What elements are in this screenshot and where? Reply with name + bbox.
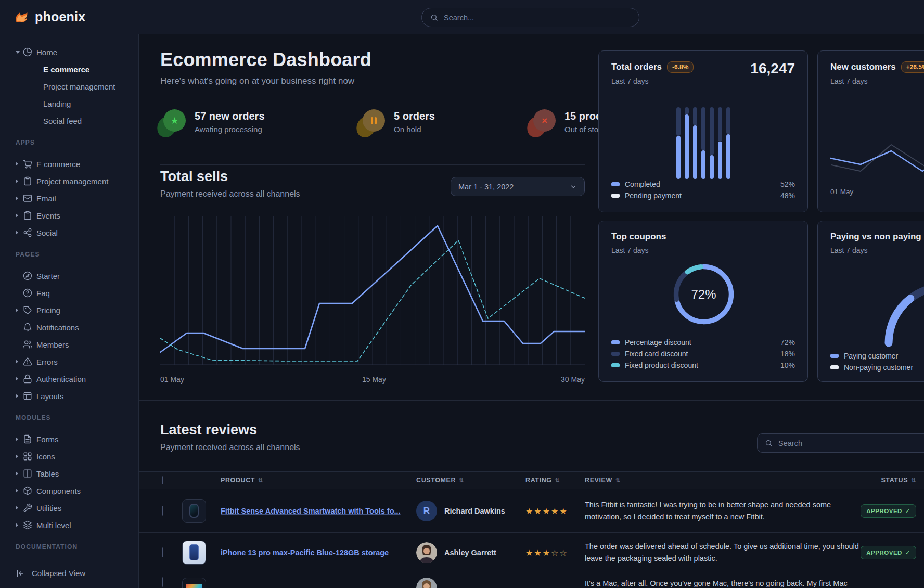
product-link[interactable]: Fitbit Sense Advanced Smartwatch with To…: [221, 507, 401, 515]
column-header-review[interactable]: REVIEW⇅: [585, 477, 621, 484]
reviews-search-input[interactable]: [778, 439, 924, 448]
sidebar-item-label: Pricing: [36, 305, 60, 314]
legend-label: Completed: [625, 180, 660, 188]
table-row: Fitbit Sense Advanced Smartwatch with To…: [139, 489, 924, 533]
sidebar-item-e-commerce[interactable]: E commerce: [0, 60, 138, 78]
stat-value: 57 new orders: [195, 110, 265, 122]
sidebar-item-email[interactable]: Email: [0, 189, 138, 207]
sidebar-item-project-management[interactable]: Project management: [0, 78, 138, 95]
paying-gauge-chart: [872, 279, 924, 347]
order-bar: [685, 107, 689, 179]
stat-circle: ×: [533, 109, 556, 132]
legend-item: Fixed card discount18%: [611, 348, 795, 360]
table-row: iPhone 13 pro max-Pacific Blue-128GB sto…: [139, 533, 924, 572]
stat-pause-icon: [360, 109, 386, 135]
sidebar-item-starter[interactable]: Starter: [0, 267, 138, 284]
sidebar-item-layouts[interactable]: Layouts: [0, 387, 138, 404]
clipboard-icon: [23, 211, 32, 220]
axis-label: 01 May: [830, 188, 853, 196]
chevron-down-icon: [570, 183, 577, 190]
sidebar-item-authentication[interactable]: Authentication: [0, 370, 138, 387]
bar-pending-segment: [693, 107, 697, 125]
sidebar-item-label: Members: [36, 340, 69, 349]
customer-cell: Ashley Garrett: [416, 542, 496, 563]
brand[interactable]: phoenix: [14, 9, 85, 25]
column-header-product[interactable]: PRODUCT⇅: [221, 477, 263, 484]
sort-icon: ⇅: [555, 477, 560, 483]
sidebar-item-label: Notifications: [36, 323, 79, 331]
latest-reviews-title: Latest reviews: [160, 422, 300, 438]
row-checkbox[interactable]: [162, 506, 163, 516]
sidebar-item-faq[interactable]: Faq: [0, 284, 138, 301]
bar-completed-segment: [718, 142, 722, 179]
card-period: Last 7 days: [611, 246, 666, 254]
phoenix-logo-icon: [14, 9, 29, 25]
sidebar-item-tables[interactable]: Tables: [0, 465, 138, 482]
sidebar-item-label: Faq: [36, 288, 50, 297]
column-header-status[interactable]: STATUS⇅: [881, 477, 916, 484]
reviews-search[interactable]: [757, 433, 924, 453]
sidebar-item-home[interactable]: Home: [0, 43, 138, 60]
legend-swatch: [611, 194, 620, 198]
card-title: Top coupons: [611, 232, 666, 242]
product-image: [189, 544, 199, 560]
chevron-right-icon: [16, 506, 18, 510]
search-icon: [765, 439, 773, 447]
order-bar: [693, 107, 697, 179]
row-checkbox[interactable]: [162, 547, 163, 557]
sidebar-item-pricing[interactable]: Pricing: [0, 301, 138, 318]
global-search[interactable]: [421, 8, 639, 27]
column-header-customer[interactable]: CUSTOMER⇅: [416, 477, 464, 484]
stat-value: 5 orders: [394, 110, 435, 122]
sidebar-item-errors[interactable]: Errors: [0, 353, 138, 370]
sidebar-item-project-management[interactable]: Project management: [0, 172, 138, 189]
sidebar-item-social[interactable]: Social: [0, 224, 138, 241]
date-range-select[interactable]: Mar 1 - 31, 2022: [451, 177, 585, 196]
card-period: Last 7 days: [830, 246, 921, 254]
total-orders-legend: Completed52%Pending payment48%: [611, 178, 795, 201]
bar-pending-segment: [710, 107, 714, 155]
latest-reviews-subtitle: Payment received across all channels: [160, 443, 300, 452]
legend-value: 10%: [780, 361, 795, 369]
compass-icon: [23, 271, 32, 280]
sidebar-item-utilities[interactable]: Utilities: [0, 499, 138, 516]
sidebar-item-multi-level[interactable]: Multi level: [0, 516, 138, 533]
sort-icon: ⇅: [459, 477, 464, 483]
new-customers-card: New customers +26.5% Last 7 days 01 May: [817, 50, 924, 212]
sidebar-item-social-feed[interactable]: Social feed: [0, 112, 138, 129]
legend-label: Pending payment: [625, 191, 682, 200]
sidebar-item-label: Social: [36, 228, 58, 237]
product-link[interactable]: iPhone 13 pro max-Pacific Blue-128GB sto…: [221, 548, 389, 557]
column-header-rating[interactable]: RATING⇅: [525, 477, 560, 484]
sidebar-item-e-commerce[interactable]: E commerce: [0, 155, 138, 172]
product-thumbnail: [182, 578, 206, 588]
global-search-input[interactable]: [444, 14, 631, 22]
chevron-right-icon: [16, 308, 18, 312]
legend-item: Pending payment48%: [611, 190, 795, 201]
legend-value: 18%: [780, 350, 795, 358]
mail-icon: [23, 194, 32, 203]
bar-completed-segment: [676, 136, 681, 179]
chevron-right-icon: [16, 523, 18, 527]
select-all-checkbox[interactable]: [162, 476, 163, 484]
chevron-right-icon: [16, 196, 18, 200]
sidebar-item-landing[interactable]: Landing: [0, 95, 138, 112]
sidebar-item-components[interactable]: Components: [0, 482, 138, 499]
stat-circle: ★: [163, 109, 186, 132]
order-bar: [701, 107, 705, 179]
sidebar-item-members[interactable]: Members: [0, 336, 138, 353]
sidebar-item-label: Icons: [36, 452, 55, 461]
collapse-view-toggle[interactable]: Collapsed View: [0, 558, 138, 588]
sidebar-item-icons[interactable]: Icons: [0, 448, 138, 465]
legend-swatch: [611, 182, 620, 186]
sidebar-section-label: DOCUMENTATION: [0, 542, 138, 552]
sidebar-item-forms[interactable]: Forms: [0, 430, 138, 448]
wrench-icon: [23, 503, 32, 513]
sidebar-item-label: Authentication: [36, 374, 86, 383]
bar-pending-segment: [676, 107, 681, 136]
sidebar-item-events[interactable]: Events: [0, 207, 138, 224]
order-bar: [676, 107, 681, 179]
customer-photo: [416, 542, 437, 563]
row-checkbox[interactable]: [162, 577, 163, 587]
sidebar-item-notifications[interactable]: Notifications: [0, 318, 138, 336]
